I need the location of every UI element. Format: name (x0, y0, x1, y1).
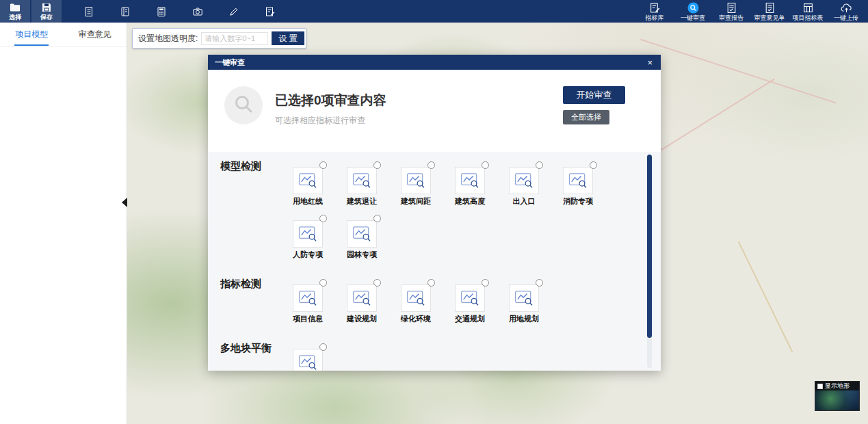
item-label: 建设规划 (347, 314, 377, 324)
review-item[interactable]: 绿化环境 (401, 276, 431, 324)
item-label: 用地规划 (509, 314, 539, 324)
terrain-toggle-bar: 显示地形 (815, 382, 859, 390)
toolbar-notebook-button[interactable] (120, 6, 131, 17)
map-road (646, 79, 775, 159)
tab-review-opinion[interactable]: 审查意见 (64, 23, 127, 46)
review-section: 指标检测项目信息建设规划绿化环境交通规划用地规划 (220, 276, 637, 324)
item-label: 建筑间距 (401, 196, 431, 207)
close-icon[interactable]: × (646, 58, 654, 67)
terrain-checkbox[interactable] (817, 384, 823, 389)
review-item[interactable]: 园林专项 (347, 212, 377, 260)
toolbar-project-indicator-table-label: 项目指标表 (793, 14, 824, 21)
toolbar-one-key-review-button[interactable]: 一键审查 (674, 0, 712, 23)
item-radio[interactable] (319, 161, 327, 169)
item-chart-icon (347, 167, 377, 194)
toolbar-indicator-library-button[interactable]: 指标库 (635, 0, 674, 23)
toolbar-select-button[interactable]: 选择 (0, 0, 30, 23)
review-item[interactable] (293, 341, 323, 371)
sidebar-collapse-arrow-icon[interactable] (122, 198, 127, 207)
map-road (738, 241, 793, 353)
start-review-button[interactable]: 开始审查 (563, 86, 625, 104)
item-radio[interactable] (536, 279, 543, 287)
review-section: 多地块平衡 (220, 341, 637, 371)
toolbar-one-key-upload-label: 一键上传 (834, 14, 858, 21)
toolbar-save-label: 保存 (40, 14, 53, 21)
item-label: 消防专项 (563, 196, 593, 207)
toolbar-form-edit-button[interactable] (265, 6, 276, 17)
item-radio[interactable] (482, 161, 489, 169)
modal-header: 一键审查 × (208, 55, 661, 70)
item-chart-icon (401, 284, 431, 312)
toolbar-draw-button[interactable] (228, 6, 239, 17)
item-label: 人防专项 (293, 250, 323, 260)
item-radio[interactable] (536, 161, 543, 169)
item-radio[interactable] (319, 343, 327, 351)
section-items: 用地红线建筑退让建筑间距建筑高度出入口消防专项人防专项园林专项 (293, 159, 636, 260)
item-chart-icon (347, 220, 377, 248)
item-radio[interactable] (319, 215, 327, 222)
review-item[interactable]: 建筑退让 (347, 159, 377, 207)
review-item[interactable]: 出入口 (509, 159, 539, 207)
toolbar-one-key-upload-button[interactable]: 一键上传 (827, 0, 865, 23)
toolbar-calculator-button[interactable] (156, 6, 167, 17)
review-item[interactable]: 项目信息 (293, 276, 323, 324)
map-road (640, 39, 836, 104)
toolbar-review-opinion-sheet-button[interactable]: 审查意见单 (750, 0, 789, 23)
magnifier-badge (224, 86, 263, 124)
toolbar-indicator-library-label: 指标库 (646, 14, 664, 21)
one-key-review-modal: 一键审查 × 已选择0项审查内容 可选择相应指标进行审查 开始审查 全部选择 模… (208, 55, 661, 371)
review-item[interactable]: 建筑间距 (401, 159, 431, 207)
report-icon (726, 2, 737, 14)
set-transparency-button[interactable]: 设 置 (272, 31, 304, 45)
item-radio[interactable] (428, 279, 435, 287)
item-label: 交通规划 (455, 314, 485, 324)
toolbar-plain-group (83, 0, 276, 23)
item-radio[interactable] (482, 279, 489, 287)
selection-subtitle: 可选择相应指标进行审查 (275, 115, 386, 127)
toolbar-camera-button[interactable] (192, 6, 203, 17)
modal-actions: 开始审查 全部选择 (563, 86, 625, 124)
toolbar-save-button[interactable]: 保存 (31, 0, 62, 23)
toolbar-review-report-button[interactable]: 审查报告 (712, 0, 750, 23)
tab-project-model[interactable]: 项目模型 (0, 23, 64, 46)
basemap-terrain-widget[interactable]: 显示地形 (815, 381, 860, 411)
section-items: 项目信息建设规划绿化环境交通规划用地规划 (293, 276, 636, 324)
item-radio[interactable] (428, 161, 435, 169)
section-title: 多地块平衡 (220, 341, 293, 355)
review-item[interactable]: 交通规划 (455, 276, 485, 324)
item-label: 建筑退让 (347, 196, 377, 207)
table-icon (802, 2, 814, 14)
item-label: 园林专项 (347, 250, 377, 260)
section-items (293, 341, 636, 371)
item-label: 用地红线 (293, 196, 323, 207)
toolbar-project-indicator-table-button[interactable]: 项目指标表 (789, 0, 827, 23)
pen-icon (228, 6, 239, 17)
select-all-button[interactable]: 全部选择 (563, 110, 609, 124)
toolbar-left-group: 选择保存 (0, 0, 63, 23)
review-section: 模型检测用地红线建筑退让建筑间距建筑高度出入口消防专项人防专项园林专项 (220, 159, 637, 260)
review-item[interactable]: 用地规划 (509, 276, 539, 324)
modal-sections: 模型检测用地红线建筑退让建筑间距建筑高度出入口消防专项人防专项园林专项指标检测项… (220, 159, 637, 371)
toolbar-document-button[interactable] (83, 6, 94, 17)
item-radio[interactable] (319, 279, 327, 287)
scrollbar-track[interactable] (647, 155, 652, 368)
form-edit-icon (265, 6, 276, 17)
review-item[interactable]: 消防专项 (563, 159, 593, 207)
item-radio[interactable] (373, 279, 381, 287)
review-item[interactable]: 建筑高度 (455, 159, 485, 207)
item-label: 出入口 (513, 196, 536, 207)
review-item[interactable]: 用地红线 (293, 159, 323, 207)
item-chart-icon (563, 167, 593, 194)
app-window: 选择保存 指标库一键审查审查报告审查意见单项目指标表一键上传 项目模型审查意见 … (0, 0, 868, 424)
item-radio[interactable] (373, 161, 381, 169)
review-item[interactable]: 建设规划 (347, 276, 377, 324)
item-radio[interactable] (373, 215, 381, 222)
form-edit-icon (649, 2, 661, 14)
item-chart-icon (347, 284, 377, 312)
transparency-input[interactable] (201, 32, 268, 45)
item-radio[interactable] (590, 161, 597, 169)
review-item[interactable]: 人防专项 (293, 212, 323, 260)
save-icon (41, 2, 52, 13)
scrollbar-thumb[interactable] (647, 155, 652, 338)
notebook-icon (120, 6, 131, 17)
